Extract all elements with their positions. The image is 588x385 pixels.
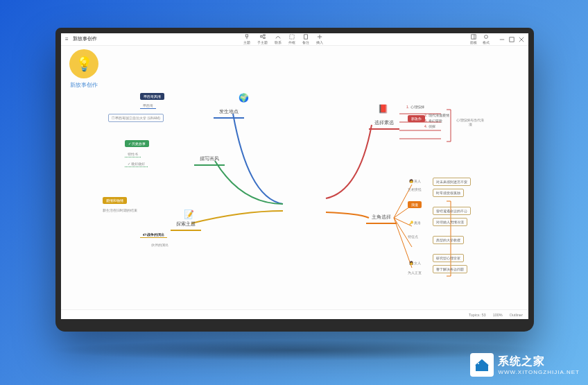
svg-rect-5 [290, 35, 294, 39]
topic-character[interactable]: 主角选择 [366, 212, 397, 224]
globe-icon: 🌍 [237, 92, 250, 104]
detail-theme[interactable]: 新生活在旧时期的结束 [103, 208, 137, 212]
statusbar: Topics: 53 100% Outliner [61, 309, 528, 319]
char-detail-6[interactable]: 善于解决各边问题 [433, 265, 467, 273]
cat-meiren[interactable]: 🧑 美人 [409, 179, 421, 183]
status-topics: Topics: 53 [469, 313, 486, 317]
watermark: 系统之家 WWW.XITONGZHIJIA.NET [470, 353, 580, 377]
watermark-logo-icon [470, 353, 494, 377]
sub-style-2[interactable]: ✓ 最好做好 [125, 161, 148, 167]
close-icon[interactable] [519, 37, 524, 42]
toolbar-panel-button[interactable]: 面板 [470, 34, 477, 44]
book-list: 1. 心理惊悚 [406, 104, 424, 110]
tag-book[interactable]: 新改作 [408, 115, 425, 122]
toolbar-format-button[interactable]: 格式 [483, 34, 490, 44]
svg-rect-13 [510, 37, 514, 41]
char-detail-4[interactable]: 典型的大学教授 [433, 236, 464, 244]
toolbar: 主题 子主题 联系 外框 备注 插入 [97, 34, 470, 44]
center-topic[interactable]: 💡 新故事创作 [61, 46, 107, 92]
book-icon: 📕 [377, 103, 389, 115]
app-window: ≡ 新故事创作 主题 子主题 联系 外框 备注 插入 面板 格式 💡 新故事创作… [61, 33, 528, 319]
svg-rect-0 [246, 35, 248, 37]
detail-unam[interactable]: ☐ 墨西哥国立自治大学 (UNAM) [108, 114, 164, 122]
char-detail-5[interactable]: 研究型心理学家 [433, 254, 464, 262]
tag-love[interactable]: 爱情和物情 [103, 197, 127, 204]
theme-bold[interactable]: 🏷 战争的演出 [140, 232, 167, 238]
book-list2: 2. 现代浪漫爱情 3. 奇幻冒险 4. 侦探 [424, 112, 449, 129]
lightbulb-icon: 💡 [69, 49, 98, 78]
window-controls [499, 37, 524, 42]
char-detail-0[interactable]: 对未来感到迷迟不安 [433, 178, 471, 186]
mindmap-canvas[interactable]: 💡 新故事创作 🌍 发生地点 墨西哥风情 墨西哥 ☐ 墨西哥国立自治大学 (UN… [61, 46, 528, 309]
toolbar-subtopic-button[interactable]: 子主题 [257, 34, 268, 44]
topic-style[interactable]: 描写画风 [194, 154, 225, 166]
svg-point-25 [478, 363, 479, 364]
sub-style-1[interactable]: 特性书 [125, 151, 141, 157]
char-detail-3[interactable]: 对待她人无情冷漠 [433, 218, 467, 226]
toolbar-theme-button[interactable]: 主题 [243, 34, 250, 44]
tag-mexico-style[interactable]: 墨西哥风情 [140, 93, 164, 100]
theme-sub[interactable]: 伙伴的演出 [151, 243, 168, 247]
book-item-3[interactable]: 3. 奇幻冒险 [424, 118, 449, 123]
book-item-1[interactable]: 1. 心理惊悚 [406, 104, 424, 110]
maximize-icon[interactable] [509, 37, 514, 42]
cat-nvren[interactable]: 👩 女人 [409, 261, 421, 265]
tag-history[interactable]: ✓ 历史故事 [125, 140, 149, 147]
toolbar-note-button[interactable]: 备注 [302, 34, 309, 44]
toolbar-insert-button[interactable]: 插入 [316, 34, 323, 44]
toolbar-relation-button[interactable]: 联系 [275, 34, 282, 44]
svg-rect-2 [261, 35, 262, 37]
hamburger-icon[interactable]: ≡ [65, 36, 69, 42]
watermark-url: WWW.XITONGZHIJIA.NET [498, 369, 580, 375]
titlebar: ≡ 新故事创作 主题 子主题 联系 外框 备注 插入 面板 格式 [61, 33, 528, 46]
watermark-name: 系统之家 [498, 354, 580, 369]
topic-theme[interactable]: 探索主题 [171, 219, 201, 231]
toolbar-boundary-button[interactable]: 外框 [288, 34, 295, 44]
cat-weiren[interactable]: 为人正直 [408, 271, 422, 275]
window-title: 新故事创作 [73, 36, 97, 42]
cat-tezhen[interactable]: 特征点 [408, 234, 418, 239]
book-right[interactable]: 心理惊悚与当代浪漫 [455, 118, 485, 126]
book-item-2[interactable]: 2. 现代浪漫爱情 [424, 112, 449, 118]
cat-langman[interactable]: 浪漫 [408, 201, 422, 208]
cat-huxiang[interactable]: 互相责怪 [408, 187, 422, 191]
svg-rect-9 [472, 35, 476, 39]
status-zoom[interactable]: 100% [493, 313, 503, 317]
topic-location[interactable]: 发生地点 [214, 107, 244, 119]
svg-rect-4 [263, 37, 265, 39]
svg-rect-3 [263, 35, 265, 36]
svg-point-11 [485, 35, 488, 39]
sub-mexico[interactable]: 墨西哥 [140, 103, 156, 109]
laptop-shadow [49, 340, 541, 361]
cat-aoluo[interactable]: 🔑 奥洛 [409, 221, 421, 225]
book-item-4[interactable]: 4. 侦探 [424, 123, 449, 129]
status-outliner[interactable]: Outliner [510, 313, 523, 317]
center-label: 新故事创作 [70, 81, 98, 89]
svg-rect-6 [304, 35, 308, 39]
char-detail-2[interactable]: 曾经遭遇命运的不公 [433, 207, 471, 215]
topic-book[interactable]: 选择素选 [369, 118, 399, 130]
laptop-frame: ≡ 新故事创作 主题 子主题 联系 外框 备注 插入 面板 格式 💡 新故事创作… [55, 28, 534, 332]
minimize-icon[interactable] [499, 37, 505, 42]
char-detail-1[interactable]: 时常感觉很孤独 [433, 189, 464, 197]
